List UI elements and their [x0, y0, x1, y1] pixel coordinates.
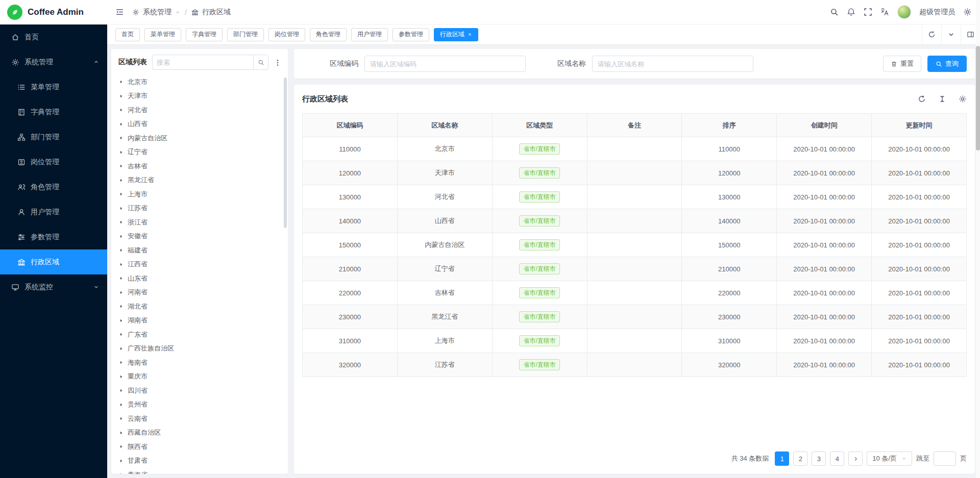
caret-right-icon[interactable] [119, 206, 124, 211]
tree-item[interactable]: 福建省 [111, 243, 288, 258]
caret-right-icon[interactable] [119, 136, 124, 140]
search-icon[interactable] [830, 8, 839, 16]
tree-item[interactable]: 吉林省 [111, 159, 288, 173]
avatar[interactable] [897, 5, 911, 19]
sidebar-subitem[interactable]: 用户管理 [0, 199, 107, 224]
caret-right-icon[interactable] [119, 234, 124, 239]
tab[interactable]: 行政区域 [434, 28, 478, 41]
tab[interactable]: 菜单管理 [144, 28, 181, 41]
sidebar-item-system[interactable]: 系统管理 [0, 49, 107, 74]
tree-item[interactable]: 江苏省 [111, 202, 288, 216]
caret-right-icon[interactable] [119, 444, 124, 449]
caret-right-icon[interactable] [119, 431, 124, 435]
caret-right-icon[interactable] [119, 80, 124, 84]
tree-item[interactable]: 河南省 [111, 286, 288, 300]
settings-gear-icon[interactable] [963, 8, 972, 16]
caret-right-icon[interactable] [119, 164, 124, 168]
sidebar-subitem[interactable]: 字典管理 [0, 99, 107, 124]
tree-item[interactable]: 陕西省 [111, 440, 288, 454]
more-options-icon[interactable] [274, 58, 282, 66]
caret-right-icon[interactable] [119, 290, 124, 295]
row-height-icon[interactable] [938, 95, 946, 103]
tab[interactable]: 部门管理 [227, 28, 264, 41]
tree-item[interactable]: 云南省 [111, 412, 288, 426]
region-name-input[interactable] [592, 56, 753, 72]
chevron-down-icon[interactable] [941, 24, 961, 44]
tab[interactable]: 字典管理 [186, 28, 223, 41]
scrollbar-thumb[interactable] [976, 46, 980, 150]
refresh-icon[interactable] [922, 24, 941, 44]
page-scrollbar[interactable] [976, 0, 980, 478]
bell-icon[interactable] [847, 8, 855, 16]
tree-item[interactable]: 海南省 [111, 356, 288, 370]
brand-logo[interactable]: Coffee Admin [0, 0, 107, 24]
caret-right-icon[interactable] [119, 332, 124, 337]
caret-right-icon[interactable] [119, 150, 124, 155]
tree-item[interactable]: 辽宁省 [111, 145, 288, 160]
caret-right-icon[interactable] [119, 94, 124, 98]
caret-right-icon[interactable] [119, 262, 124, 267]
tree-item[interactable]: 江西省 [111, 258, 288, 272]
caret-right-icon[interactable] [119, 318, 124, 323]
tab[interactable]: 参数管理 [393, 28, 429, 41]
sidebar-subitem[interactable]: 角色管理 [0, 174, 107, 199]
tree-item[interactable]: 河北省 [111, 103, 288, 117]
tab[interactable]: 岗位管理 [268, 28, 305, 41]
tree-search-button[interactable] [253, 55, 268, 70]
tab[interactable]: 首页 [115, 28, 140, 41]
caret-right-icon[interactable] [119, 192, 124, 196]
page-size-select[interactable]: 10 条/页 [867, 451, 912, 466]
caret-right-icon[interactable] [119, 472, 124, 474]
user-name[interactable]: 超级管理员 [919, 8, 955, 17]
sidebar-subitem[interactable]: 参数管理 [0, 224, 107, 249]
refresh-icon[interactable] [918, 95, 926, 103]
caret-right-icon[interactable] [119, 248, 124, 253]
jump-page-input[interactable] [934, 451, 956, 466]
caret-right-icon[interactable] [119, 122, 124, 127]
tree-item[interactable]: 广东省 [111, 328, 288, 342]
tree-item[interactable]: 湖北省 [111, 299, 288, 314]
breadcrumb-section[interactable]: 系统管理 [143, 8, 172, 17]
page-button[interactable]: 4 [830, 451, 844, 466]
tree-item[interactable]: 内蒙古自治区 [111, 131, 288, 145]
tab[interactable]: 角色管理 [310, 28, 347, 41]
tree-item[interactable]: 甘肃省 [111, 454, 288, 468]
tree-item[interactable]: 青海省 [111, 468, 288, 474]
close-icon[interactable] [468, 32, 472, 37]
tree-item[interactable]: 广西壮族自治区 [111, 342, 288, 356]
tab[interactable]: 用户管理 [351, 28, 388, 41]
tree-item[interactable]: 上海市 [111, 187, 288, 202]
caret-right-icon[interactable] [119, 360, 124, 365]
caret-right-icon[interactable] [119, 402, 124, 407]
sidebar-item-monitor[interactable]: 系统监控 [0, 274, 107, 299]
caret-right-icon[interactable] [119, 416, 124, 421]
page-button[interactable]: 3 [812, 451, 826, 466]
sidebar-item-home[interactable]: 首页 [0, 24, 107, 49]
tree-item[interactable]: 湖南省 [111, 314, 288, 328]
tree-item[interactable]: 四川省 [111, 384, 288, 398]
tree-scrollbar[interactable] [284, 78, 287, 228]
next-page-button[interactable] [848, 451, 863, 466]
caret-right-icon[interactable] [119, 304, 124, 309]
caret-right-icon[interactable] [119, 108, 124, 112]
sidebar-subitem[interactable]: 菜单管理 [0, 74, 107, 99]
translate-icon[interactable] [880, 8, 889, 16]
caret-right-icon[interactable] [119, 374, 124, 379]
tree-item[interactable]: 北京市 [111, 75, 288, 89]
caret-right-icon[interactable] [119, 346, 124, 351]
tree-item[interactable]: 黑龙江省 [111, 173, 288, 188]
caret-right-icon[interactable] [119, 388, 124, 393]
tree-item[interactable]: 天津市 [111, 89, 288, 104]
gear-icon[interactable] [959, 95, 967, 103]
search-button[interactable]: 查询 [927, 56, 967, 72]
caret-right-icon[interactable] [119, 178, 124, 183]
tree-item[interactable]: 浙江省 [111, 215, 288, 230]
page-button[interactable]: 1 [775, 451, 789, 466]
sidebar-subitem[interactable]: 岗位管理 [0, 149, 107, 174]
sidebar-subitem[interactable]: 部门管理 [0, 124, 107, 149]
sidebar-subitem[interactable]: 行政区域 [0, 249, 107, 274]
tree-item[interactable]: 山西省 [111, 117, 288, 132]
tree-item[interactable]: 重庆市 [111, 370, 288, 384]
reset-button[interactable]: 重置 [883, 56, 921, 72]
caret-right-icon[interactable] [119, 220, 124, 224]
